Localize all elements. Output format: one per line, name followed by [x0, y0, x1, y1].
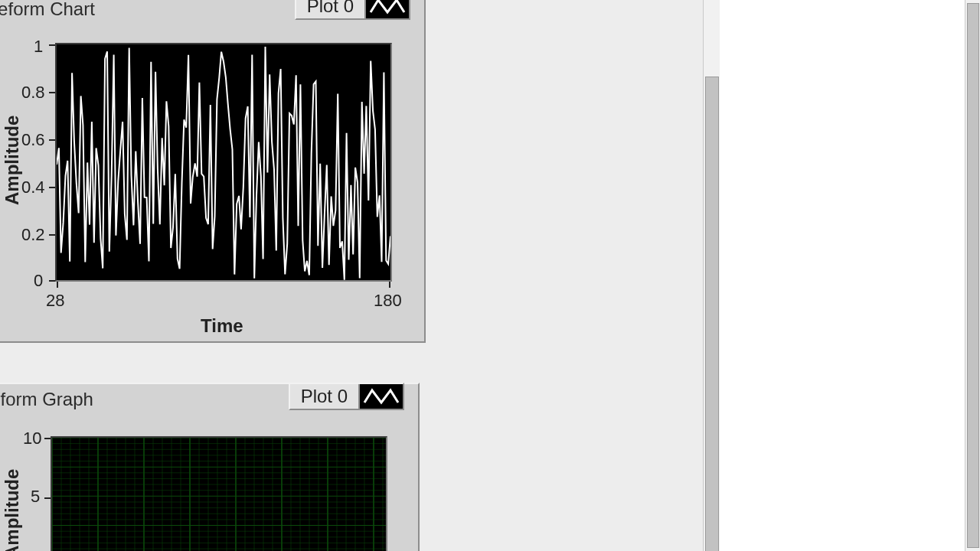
scrollbar-thumb[interactable]	[705, 77, 719, 551]
y-tick-5: 5	[31, 487, 40, 507]
x-tick-mark	[389, 282, 390, 288]
waveform-chart-plot[interactable]	[55, 43, 392, 282]
y-tick-mark	[49, 44, 55, 46]
legend-label: Plot 0	[290, 384, 358, 409]
y-tick-mark	[49, 280, 55, 282]
y-tick-mark	[49, 139, 55, 141]
legend-label: Plot 0	[296, 0, 364, 18]
x-axis-label: Time	[201, 315, 243, 337]
waveform-graph-legend[interactable]: Plot 0	[289, 383, 404, 410]
waveform-chart-title: Waveform Chart	[0, 0, 95, 20]
line-sample-icon	[364, 0, 409, 18]
y-tick-mark	[44, 438, 51, 439]
right-side-panel	[720, 0, 965, 551]
y-tick-10: 10	[23, 429, 41, 448]
y-axis-label: Amplitude	[2, 116, 23, 205]
waveform-chart-legend[interactable]: Plot 0	[295, 0, 410, 20]
y-tick-0-2: 0.2	[21, 225, 45, 245]
scrollbar-thumb[interactable]	[967, 3, 979, 548]
y-tick-mark	[49, 187, 55, 188]
y-tick-0-4: 0.4	[21, 178, 45, 197]
x-tick-28: 28	[46, 291, 64, 311]
y-tick-mark	[49, 234, 55, 236]
y-tick-0-6: 0.6	[21, 130, 45, 150]
x-tick-mark	[57, 282, 58, 288]
x-tick-180: 180	[374, 291, 402, 311]
waveform-graph-title: Waveform Graph	[0, 389, 93, 410]
y-tick-0-8: 0.8	[21, 83, 45, 103]
waveform-graph-plot[interactable]	[51, 436, 387, 551]
right-panel-scrollbar[interactable]	[965, 0, 980, 551]
y-axis-label-graph: Amplitude	[2, 469, 23, 551]
y-tick-mark	[49, 92, 55, 93]
line-sample-icon	[358, 384, 403, 409]
front-panel-scrollbar[interactable]	[703, 0, 720, 551]
y-tick-0: 0	[34, 271, 43, 291]
y-tick-1: 1	[34, 37, 43, 57]
y-tick-mark	[44, 497, 51, 499]
